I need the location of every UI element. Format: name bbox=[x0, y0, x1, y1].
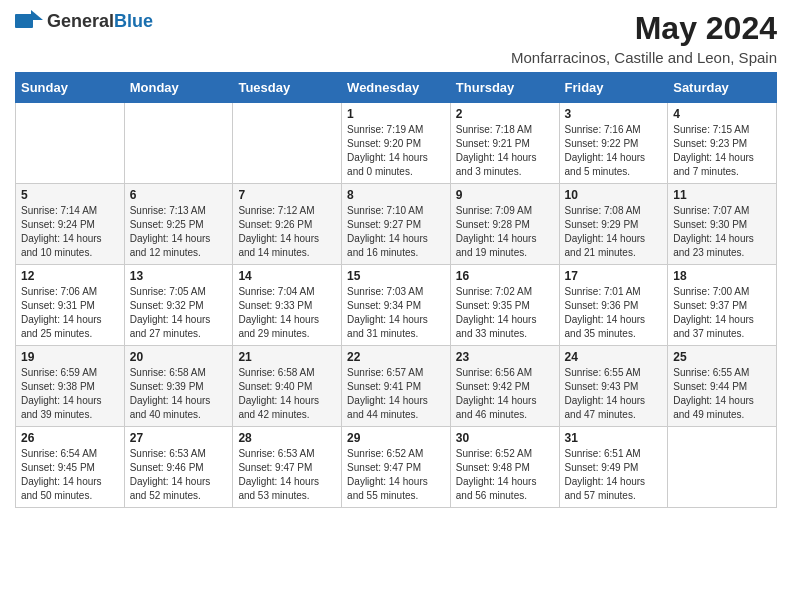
header: GeneralBlue May 2024 Monfarracinos, Cast… bbox=[15, 10, 777, 66]
calendar-cell bbox=[233, 103, 342, 184]
day-info: Sunrise: 7:06 AMSunset: 9:31 PMDaylight:… bbox=[21, 285, 119, 341]
day-number: 23 bbox=[456, 350, 554, 364]
day-info: Sunrise: 7:19 AMSunset: 9:20 PMDaylight:… bbox=[347, 123, 445, 179]
day-number: 15 bbox=[347, 269, 445, 283]
calendar-cell: 11Sunrise: 7:07 AMSunset: 9:30 PMDayligh… bbox=[668, 184, 777, 265]
calendar-cell: 10Sunrise: 7:08 AMSunset: 9:29 PMDayligh… bbox=[559, 184, 668, 265]
calendar-cell: 27Sunrise: 6:53 AMSunset: 9:46 PMDayligh… bbox=[124, 427, 233, 508]
calendar-week-row: 1Sunrise: 7:19 AMSunset: 9:20 PMDaylight… bbox=[16, 103, 777, 184]
day-number: 4 bbox=[673, 107, 771, 121]
calendar-cell bbox=[124, 103, 233, 184]
calendar-cell: 22Sunrise: 6:57 AMSunset: 9:41 PMDayligh… bbox=[342, 346, 451, 427]
calendar-cell: 21Sunrise: 6:58 AMSunset: 9:40 PMDayligh… bbox=[233, 346, 342, 427]
day-info: Sunrise: 7:12 AMSunset: 9:26 PMDaylight:… bbox=[238, 204, 336, 260]
day-info: Sunrise: 7:05 AMSunset: 9:32 PMDaylight:… bbox=[130, 285, 228, 341]
day-header-monday: Monday bbox=[124, 73, 233, 103]
calendar-cell: 17Sunrise: 7:01 AMSunset: 9:36 PMDayligh… bbox=[559, 265, 668, 346]
day-info: Sunrise: 7:16 AMSunset: 9:22 PMDaylight:… bbox=[565, 123, 663, 179]
day-info: Sunrise: 7:02 AMSunset: 9:35 PMDaylight:… bbox=[456, 285, 554, 341]
day-info: Sunrise: 7:07 AMSunset: 9:30 PMDaylight:… bbox=[673, 204, 771, 260]
calendar-cell: 24Sunrise: 6:55 AMSunset: 9:43 PMDayligh… bbox=[559, 346, 668, 427]
calendar-cell: 4Sunrise: 7:15 AMSunset: 9:23 PMDaylight… bbox=[668, 103, 777, 184]
day-info: Sunrise: 6:57 AMSunset: 9:41 PMDaylight:… bbox=[347, 366, 445, 422]
day-info: Sunrise: 6:59 AMSunset: 9:38 PMDaylight:… bbox=[21, 366, 119, 422]
day-info: Sunrise: 7:09 AMSunset: 9:28 PMDaylight:… bbox=[456, 204, 554, 260]
logo-blue-text: Blue bbox=[114, 11, 153, 31]
calendar-cell: 15Sunrise: 7:03 AMSunset: 9:34 PMDayligh… bbox=[342, 265, 451, 346]
day-number: 8 bbox=[347, 188, 445, 202]
title-area: May 2024 Monfarracinos, Castille and Leo… bbox=[511, 10, 777, 66]
calendar-header-row: SundayMondayTuesdayWednesdayThursdayFrid… bbox=[16, 73, 777, 103]
day-number: 22 bbox=[347, 350, 445, 364]
logo-general-text: General bbox=[47, 11, 114, 31]
calendar-cell: 13Sunrise: 7:05 AMSunset: 9:32 PMDayligh… bbox=[124, 265, 233, 346]
calendar-cell: 31Sunrise: 6:51 AMSunset: 9:49 PMDayligh… bbox=[559, 427, 668, 508]
calendar-cell: 1Sunrise: 7:19 AMSunset: 9:20 PMDaylight… bbox=[342, 103, 451, 184]
logo-icon bbox=[15, 10, 43, 32]
day-info: Sunrise: 7:01 AMSunset: 9:36 PMDaylight:… bbox=[565, 285, 663, 341]
day-info: Sunrise: 7:08 AMSunset: 9:29 PMDaylight:… bbox=[565, 204, 663, 260]
calendar-cell: 16Sunrise: 7:02 AMSunset: 9:35 PMDayligh… bbox=[450, 265, 559, 346]
calendar-cell bbox=[16, 103, 125, 184]
svg-marker-1 bbox=[31, 10, 43, 20]
calendar-cell: 2Sunrise: 7:18 AMSunset: 9:21 PMDaylight… bbox=[450, 103, 559, 184]
sub-title: Monfarracinos, Castille and Leon, Spain bbox=[511, 49, 777, 66]
calendar-week-row: 26Sunrise: 6:54 AMSunset: 9:45 PMDayligh… bbox=[16, 427, 777, 508]
calendar-cell: 28Sunrise: 6:53 AMSunset: 9:47 PMDayligh… bbox=[233, 427, 342, 508]
day-header-tuesday: Tuesday bbox=[233, 73, 342, 103]
day-info: Sunrise: 6:53 AMSunset: 9:47 PMDaylight:… bbox=[238, 447, 336, 503]
day-number: 5 bbox=[21, 188, 119, 202]
day-number: 26 bbox=[21, 431, 119, 445]
day-header-saturday: Saturday bbox=[668, 73, 777, 103]
calendar-cell: 25Sunrise: 6:55 AMSunset: 9:44 PMDayligh… bbox=[668, 346, 777, 427]
day-info: Sunrise: 6:52 AMSunset: 9:48 PMDaylight:… bbox=[456, 447, 554, 503]
day-number: 14 bbox=[238, 269, 336, 283]
calendar-week-row: 19Sunrise: 6:59 AMSunset: 9:38 PMDayligh… bbox=[16, 346, 777, 427]
calendar-cell bbox=[668, 427, 777, 508]
calendar-cell: 3Sunrise: 7:16 AMSunset: 9:22 PMDaylight… bbox=[559, 103, 668, 184]
day-info: Sunrise: 6:54 AMSunset: 9:45 PMDaylight:… bbox=[21, 447, 119, 503]
day-number: 9 bbox=[456, 188, 554, 202]
day-number: 12 bbox=[21, 269, 119, 283]
day-info: Sunrise: 6:52 AMSunset: 9:47 PMDaylight:… bbox=[347, 447, 445, 503]
calendar-week-row: 12Sunrise: 7:06 AMSunset: 9:31 PMDayligh… bbox=[16, 265, 777, 346]
day-info: Sunrise: 7:00 AMSunset: 9:37 PMDaylight:… bbox=[673, 285, 771, 341]
day-info: Sunrise: 6:51 AMSunset: 9:49 PMDaylight:… bbox=[565, 447, 663, 503]
svg-rect-0 bbox=[15, 14, 33, 28]
calendar-cell: 19Sunrise: 6:59 AMSunset: 9:38 PMDayligh… bbox=[16, 346, 125, 427]
day-info: Sunrise: 6:55 AMSunset: 9:43 PMDaylight:… bbox=[565, 366, 663, 422]
day-number: 24 bbox=[565, 350, 663, 364]
day-header-wednesday: Wednesday bbox=[342, 73, 451, 103]
day-number: 3 bbox=[565, 107, 663, 121]
day-info: Sunrise: 6:58 AMSunset: 9:40 PMDaylight:… bbox=[238, 366, 336, 422]
day-info: Sunrise: 6:58 AMSunset: 9:39 PMDaylight:… bbox=[130, 366, 228, 422]
day-number: 2 bbox=[456, 107, 554, 121]
calendar-cell: 9Sunrise: 7:09 AMSunset: 9:28 PMDaylight… bbox=[450, 184, 559, 265]
day-info: Sunrise: 7:10 AMSunset: 9:27 PMDaylight:… bbox=[347, 204, 445, 260]
day-number: 31 bbox=[565, 431, 663, 445]
calendar-table: SundayMondayTuesdayWednesdayThursdayFrid… bbox=[15, 72, 777, 508]
calendar-cell: 5Sunrise: 7:14 AMSunset: 9:24 PMDaylight… bbox=[16, 184, 125, 265]
day-number: 20 bbox=[130, 350, 228, 364]
day-number: 10 bbox=[565, 188, 663, 202]
calendar-cell: 8Sunrise: 7:10 AMSunset: 9:27 PMDaylight… bbox=[342, 184, 451, 265]
calendar-cell: 18Sunrise: 7:00 AMSunset: 9:37 PMDayligh… bbox=[668, 265, 777, 346]
day-number: 17 bbox=[565, 269, 663, 283]
day-info: Sunrise: 7:14 AMSunset: 9:24 PMDaylight:… bbox=[21, 204, 119, 260]
main-title: May 2024 bbox=[511, 10, 777, 47]
day-number: 1 bbox=[347, 107, 445, 121]
day-info: Sunrise: 7:13 AMSunset: 9:25 PMDaylight:… bbox=[130, 204, 228, 260]
day-info: Sunrise: 7:15 AMSunset: 9:23 PMDaylight:… bbox=[673, 123, 771, 179]
calendar-cell: 14Sunrise: 7:04 AMSunset: 9:33 PMDayligh… bbox=[233, 265, 342, 346]
day-number: 29 bbox=[347, 431, 445, 445]
day-info: Sunrise: 7:18 AMSunset: 9:21 PMDaylight:… bbox=[456, 123, 554, 179]
calendar-cell: 23Sunrise: 6:56 AMSunset: 9:42 PMDayligh… bbox=[450, 346, 559, 427]
calendar-cell: 29Sunrise: 6:52 AMSunset: 9:47 PMDayligh… bbox=[342, 427, 451, 508]
day-number: 16 bbox=[456, 269, 554, 283]
day-header-thursday: Thursday bbox=[450, 73, 559, 103]
day-info: Sunrise: 7:04 AMSunset: 9:33 PMDaylight:… bbox=[238, 285, 336, 341]
calendar-cell: 26Sunrise: 6:54 AMSunset: 9:45 PMDayligh… bbox=[16, 427, 125, 508]
calendar-cell: 6Sunrise: 7:13 AMSunset: 9:25 PMDaylight… bbox=[124, 184, 233, 265]
logo: GeneralBlue bbox=[15, 10, 153, 32]
calendar-cell: 20Sunrise: 6:58 AMSunset: 9:39 PMDayligh… bbox=[124, 346, 233, 427]
